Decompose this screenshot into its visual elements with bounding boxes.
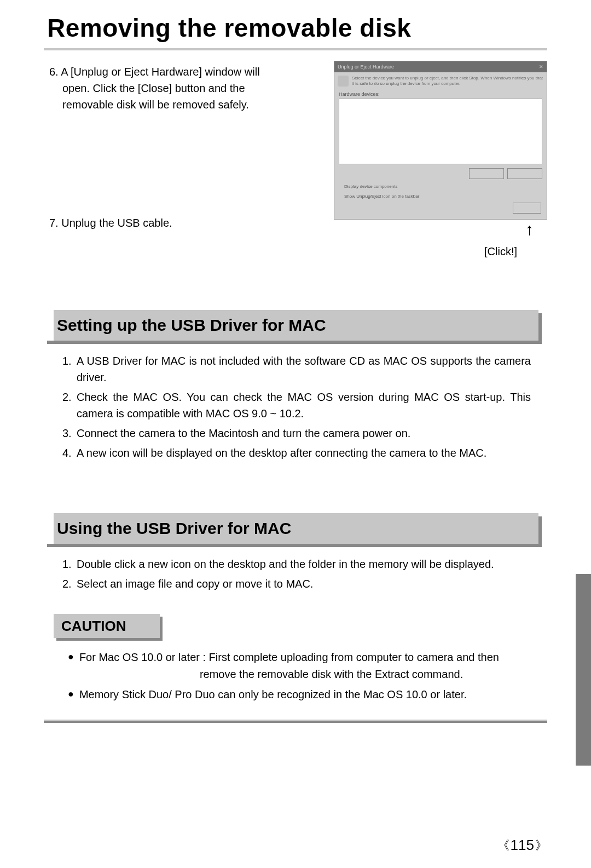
dialog-list xyxy=(339,99,542,164)
section-1-body: 1.A USB Driver for MAC is not included w… xyxy=(44,353,547,461)
close-button xyxy=(513,203,541,214)
step-6-line1: A [Unplug or Eject Hardware] window will xyxy=(61,66,260,78)
s1-i1-text: A USB Driver for MAC is not included wit… xyxy=(77,353,531,386)
section-2-heading: Using the USB Driver for MAC xyxy=(57,519,291,538)
s1-i4-num: 4. xyxy=(62,445,77,461)
caution-heading: CAUTION xyxy=(61,618,126,635)
section-1-heading: Setting up the USB Driver for MAC xyxy=(57,316,326,335)
page-number: 《 115 》 xyxy=(497,837,547,854)
caution-b1-line1: For Mac OS 10.0 or later : First complet… xyxy=(79,651,499,663)
dialog-title: Unplug or Eject Hardware xyxy=(338,64,394,70)
s1-i4-text: A new icon will be displayed on the desk… xyxy=(77,445,531,461)
caution-heading-bar: CAUTION xyxy=(54,614,160,638)
page-number-value: 115 xyxy=(511,837,534,854)
stop-button xyxy=(507,168,542,179)
top-section: 6. A [Unplug or Eject Hardware] window w… xyxy=(44,64,547,261)
dialog-list-label: Hardware devices: xyxy=(334,90,547,97)
page-title: Removing the removable disk xyxy=(44,10,416,48)
caution-b1-line2: remove the removable disk with the Extra… xyxy=(79,668,463,680)
step-6: 6. A [Unplug or Eject Hardware] window w… xyxy=(49,64,285,113)
s2-i2-num: 2. xyxy=(62,576,77,592)
caution-divider xyxy=(44,720,547,723)
dialog-description: Select the device you want to unplug or … xyxy=(352,76,543,87)
close-icon: ✕ xyxy=(539,64,543,70)
s1-i1-num: 1. xyxy=(62,353,77,369)
properties-button xyxy=(469,168,504,179)
bullet-icon: ● xyxy=(68,686,74,703)
screenshot: Unplug or Eject Hardware ✕ Select the de… xyxy=(334,61,547,220)
caution-body: ● For Mac OS 10.0 or later : First compl… xyxy=(44,649,547,703)
step-6-num: 6. xyxy=(49,66,59,78)
dialog-titlebar: Unplug or Eject Hardware ✕ xyxy=(334,61,547,72)
bullet-icon: ● xyxy=(68,649,74,683)
s1-i2-text: Check the MAC OS. You can check the MAC … xyxy=(77,389,531,422)
dialog-window: Unplug or Eject Hardware ✕ Select the de… xyxy=(334,61,547,220)
s1-i2-num: 2. xyxy=(62,389,77,405)
page-title-bar: Removing the removable disk xyxy=(44,10,547,50)
step-6-line2: open. Click the [Close] button and the xyxy=(49,80,285,96)
section-2-heading-bar: Using the USB Driver for MAC xyxy=(44,513,538,544)
click-label: [Click!] xyxy=(484,245,517,258)
section-1-heading-bar: Setting up the USB Driver for MAC xyxy=(44,310,538,341)
s1-i3-num: 3. xyxy=(62,425,77,441)
dialog-check-1: Display device components xyxy=(334,181,547,191)
dialog-check-2: Show Unplug/Eject icon on the taskbar xyxy=(334,191,547,201)
right-angle-icon: 》 xyxy=(535,837,547,854)
caution-b2: Memory Stick Duo/ Pro Duo can only be re… xyxy=(79,686,542,703)
arrow-icon: ↑ xyxy=(525,223,534,236)
step-7: 7. Unplug the USB cable. xyxy=(49,217,172,229)
s2-i1-text: Double click a new icon on the desktop a… xyxy=(77,556,531,572)
dialog-icon xyxy=(338,76,349,87)
step-6-line3: removable disk will be removed safely. xyxy=(49,96,285,113)
s2-i1-num: 1. xyxy=(62,556,77,572)
left-angle-icon: 《 xyxy=(497,837,509,854)
section-2-body: 1.Double click a new icon on the desktop… xyxy=(44,556,547,592)
s1-i3-text: Connect the camera to the Macintosh and … xyxy=(77,425,531,441)
side-tab xyxy=(576,574,591,766)
s2-i2-text: Select an image file and copy or move it… xyxy=(77,576,531,592)
